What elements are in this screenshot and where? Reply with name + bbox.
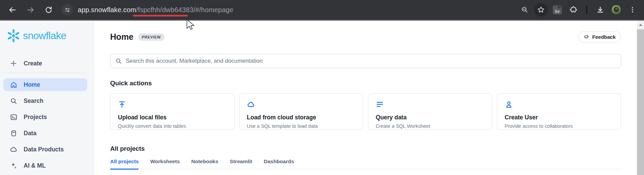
extensions-puzzle-icon[interactable] [567,3,580,17]
megaphone-icon [584,34,590,40]
snowflake-logo[interactable]: snowflake [0,28,93,43]
database-icon [9,129,18,137]
sidebar-item-ai-ml[interactable]: AI & ML [3,159,87,172]
global-search-bar[interactable] [110,54,621,68]
selenium-extension-tile: Se [553,5,562,14]
browser-toolbar: app.snowflake.com/fspcfhh/dwb64383/#/hom… [0,0,644,20]
all-projects-heading: All projects [110,145,621,152]
avatar-photo [611,5,621,15]
snowflake-mark-icon [6,29,21,43]
cloud-icon [247,100,255,109]
sidebar-item-label: Data Products [24,146,64,153]
card-subtitle: Quickly convert data into tables [118,123,227,129]
terminal-icon [9,113,18,121]
sidebar-item-label: Search [24,97,43,105]
toolbar-right-icons: Se [518,3,639,17]
plus-icon [10,60,17,67]
site-info-icon[interactable] [61,4,73,16]
reload-icon[interactable] [42,3,55,17]
forward-icon[interactable] [24,3,37,17]
sidebar-item-search[interactable]: Search [3,94,87,107]
search-icon [9,97,18,105]
scrollbar-up-arrow-icon [639,24,642,26]
address-bar[interactable]: app.snowflake.com/fspcfhh/dwb64383/#/hom… [61,4,518,16]
tab-all-projects[interactable]: All projects [110,158,139,170]
card-upload-local-files[interactable]: Upload local files Quickly convert data … [110,93,234,130]
card-subtitle: Use a SQL template to load data [247,123,356,129]
toolbar-divider [586,5,587,14]
quick-actions-heading: Quick actions [110,80,621,87]
cloud-icon [9,145,18,153]
sidebar-item-label: Projects [24,114,47,121]
card-subtitle: Provide access to collaborators [505,123,614,129]
search-icon [115,58,122,64]
card-title: Load from cloud storage [247,114,356,121]
scrollbar-thumb[interactable] [637,29,644,175]
create-label: Create [24,60,42,67]
sidebar: snowflake Create Home Search [0,21,94,175]
worksheet-lines-icon [376,100,384,109]
selenium-extension-label: Se [555,9,560,13]
sidebar-item-data[interactable]: Data [3,127,87,140]
feedback-label: Feedback [592,34,616,40]
card-query-data[interactable]: Query data Create a SQL Worksheet [368,93,492,130]
preview-badge: PREVIEW [138,33,165,41]
card-title: Create User [505,114,614,121]
zoom-out-icon[interactable] [518,3,531,17]
card-load-from-cloud-storage[interactable]: Load from cloud storage Use a SQL templa… [239,93,364,130]
back-icon[interactable] [5,3,19,17]
profile-avatar[interactable] [610,3,623,17]
tab-dashboards[interactable]: Dashboards [264,158,294,170]
sparkles-icon [9,162,18,170]
main-content: Home PREVIEW Feedback Quick actions Uplo… [94,21,637,175]
sidebar-nav: Home Search Projects [0,78,93,172]
page-header: Home PREVIEW Feedback [110,31,621,42]
url-path: /fspcfhh/dwb64383/#/homepage [136,6,233,13]
feedback-button[interactable]: Feedback [578,31,621,42]
sidebar-item-data-products[interactable]: Data Products [3,143,87,156]
sidebar-item-label: Data [24,130,36,137]
browser-nav-buttons [5,3,55,17]
quick-actions-row: Upload local files Quickly convert data … [110,93,621,130]
brand-wordmark: snowflake [23,30,66,41]
snowflake-app: snowflake Create Home Search [0,21,644,175]
sidebar-item-label: AI & ML [24,162,46,169]
tab-streamlit[interactable]: Streamlit [230,158,252,170]
card-create-user[interactable]: Create User Provide access to collaborat… [497,93,621,130]
bookmark-star-icon[interactable] [534,3,548,17]
url-text[interactable]: app.snowflake.com/fspcfhh/dwb64383/#/hom… [78,6,233,14]
url-annotation-red-underline [133,15,188,17]
card-subtitle: Create a SQL Worksheet [376,123,485,129]
card-title: Query data [376,114,485,121]
sidebar-item-projects[interactable]: Projects [3,111,87,123]
url-host: app.snowflake.com [78,6,136,13]
search-input[interactable] [126,58,616,64]
sidebar-item-home[interactable]: Home [3,78,87,91]
scrollbar-up-button[interactable] [637,21,644,29]
page-scrollbar[interactable] [637,21,644,175]
camera-icon [558,6,561,8]
page-title: Home [110,32,133,42]
user-icon [505,100,513,109]
browser-menu-icon[interactable] [626,3,639,17]
screen: app.snowflake.com/fspcfhh/dwb64383/#/hom… [0,0,644,175]
tab-notebooks[interactable]: Notebooks [191,158,218,170]
projects-tabs: All projects Worksheets Notebooks Stream… [110,158,621,169]
sidebar-divider [3,73,90,73]
home-icon [9,81,18,89]
sidebar-create-button[interactable]: Create [0,57,93,69]
tab-worksheets[interactable]: Worksheets [150,158,180,170]
sidebar-item-label: Home [24,81,40,88]
downloads-icon[interactable] [593,3,607,17]
card-title: Upload local files [118,114,227,121]
selenium-extension-icon[interactable]: Se [550,3,564,17]
upload-icon [118,100,126,109]
